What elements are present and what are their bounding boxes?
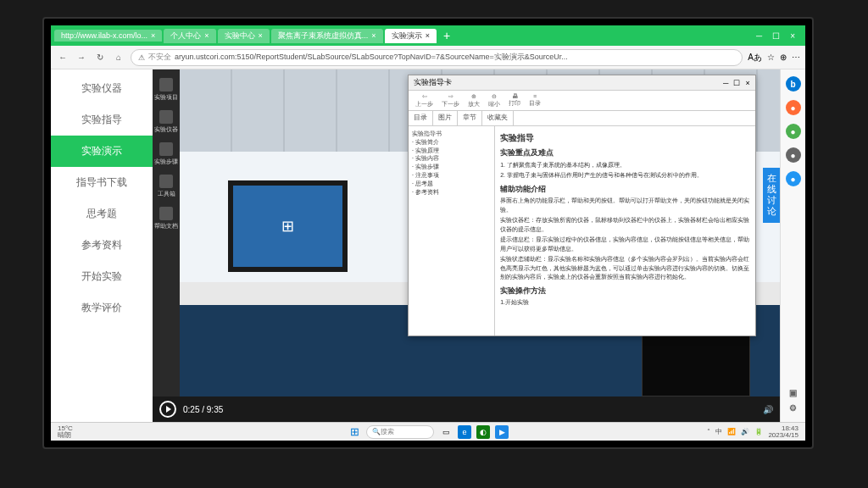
sidebar-item-0[interactable]: 实验仪器 <box>51 73 153 104</box>
edge-sidebar: b ● ● ● ● ▣ ⚙ <box>780 69 805 422</box>
app-icon[interactable]: ▶ <box>495 425 509 439</box>
bing-icon[interactable]: b <box>786 76 801 92</box>
sidebar-item-4[interactable]: 思考题 <box>51 198 153 230</box>
guide-text: 1.开始实验 <box>500 298 749 308</box>
guide-text: 界面右上角的功能显示栏，帮助和关闭按钮。帮助可以打开帮助文件，关闭按钮功能就是关… <box>500 197 749 214</box>
tree-item[interactable]: · 思考题 <box>412 180 491 188</box>
sidebar-item-7[interactable]: 教学评价 <box>51 292 153 324</box>
tree-item[interactable]: · 实验简介 <box>412 138 491 147</box>
weather-widget[interactable]: 15°C 晴朗 <box>58 425 73 439</box>
video-frame[interactable]: 实验项目 实验仪器 实验步骤 工具箱 帮助文档 ⊞ 实验指导卡 ─ ☐ <box>153 69 780 396</box>
read-aloud-icon[interactable]: Aあ <box>748 52 762 64</box>
guide-zoomin-button[interactable]: ⊕放大 <box>465 93 483 108</box>
close-icon[interactable]: × <box>371 31 376 40</box>
task-view-icon[interactable]: ▭ <box>439 425 453 439</box>
sidebar-toggle-icon[interactable]: ▣ <box>786 385 801 400</box>
guide-tab-favorites[interactable]: 收藏夹 <box>482 111 514 125</box>
sidebar-app-icon[interactable]: ● <box>786 147 801 163</box>
close-icon[interactable]: × <box>259 31 263 40</box>
guide-next-button[interactable]: ⇨下一步 <box>438 93 463 108</box>
guide-content: 实验指导 实验重点及难点 1. 了解聚焦离子束系统的基本结构，成像原理。 2. … <box>495 126 754 336</box>
tool-instrument[interactable]: 实验仪器 <box>154 107 178 137</box>
sidebar-item-5[interactable]: 参考资料 <box>51 230 153 261</box>
guide-text: 2. 掌握电子束与固体样品作用时产生的信号和各种信号在测试分析中的作用。 <box>500 171 749 180</box>
taskbar-search[interactable]: 🔍 搜索 <box>366 425 434 439</box>
minimize-icon[interactable]: ─ <box>756 31 762 41</box>
tray-chevron-icon[interactable]: ˄ <box>707 428 710 435</box>
clock[interactable]: 18:43 2023/4/15 <box>768 425 798 439</box>
guide-heading: 实验指导 <box>500 131 749 144</box>
home-button[interactable]: ⌂ <box>112 51 125 64</box>
tool-project[interactable]: 实验项目 <box>154 75 178 105</box>
wifi-icon[interactable]: 📶 <box>727 428 736 435</box>
sidebar-item-6[interactable]: 开始实验 <box>51 261 153 292</box>
menu-icon[interactable]: ⋯ <box>792 53 800 62</box>
app-icon[interactable]: ◐ <box>476 425 490 439</box>
sidebar-item-2[interactable]: 实验演示 <box>51 136 153 167</box>
address-bar: ← → ↻ ⌂ ⚠ 不安全 aryun.ustcori.com:5150/Rep… <box>51 46 805 69</box>
guide-toc-button[interactable]: ≡目录 <box>526 93 544 108</box>
browser-titlebar: http://www.ilab-x.com/lo...× 个人中心× 实验中心×… <box>51 25 805 46</box>
tool-help[interactable]: 帮助文档 <box>154 203 178 234</box>
battery-icon[interactable]: 🔋 <box>754 428 763 435</box>
guide-tree: 实验指导书 · 实验简介 · 实验原理 · 实验内容 · 实验步骤 · 注意事项… <box>409 126 495 336</box>
page-sidebar: 实验仪器 实验指导 实验演示 指导书下载 思考题 参考资料 开始实验 教学评价 <box>51 69 153 422</box>
guide-text: 1. 了解聚焦离子束系统的基本结构，成像原理。 <box>500 161 749 170</box>
video-controls: 0:25 / 9:35 🔊 <box>153 396 780 422</box>
url-text: aryun.ustcori.com:5150/ReportStudent/SLa… <box>175 52 568 63</box>
ime-icon[interactable]: 中 <box>715 427 722 436</box>
sidebar-app-icon[interactable]: ● <box>786 171 801 186</box>
tab-0[interactable]: http://www.ilab-x.com/lo...× <box>54 30 162 42</box>
favorite-icon[interactable]: ☆ <box>767 53 775 62</box>
guide-maximize-icon[interactable]: ☐ <box>733 79 740 87</box>
volume-icon[interactable]: 🔊 <box>763 405 773 414</box>
settings-icon[interactable]: ⚙ <box>786 400 801 415</box>
guide-text: 实验仪器栏：存放实验所需的仪器，鼠标移动到仪器栏中的仪器上，实验器材栏会给出相应… <box>500 216 749 234</box>
volume-tray-icon[interactable]: 🔊 <box>741 428 749 435</box>
guide-minimize-icon[interactable]: ─ <box>723 79 728 87</box>
tree-item[interactable]: · 实验步骤 <box>412 163 491 171</box>
security-label: 不安全 <box>148 52 171 63</box>
tool-steps[interactable]: 实验步骤 <box>154 139 178 169</box>
close-icon[interactable]: × <box>204 31 209 40</box>
guide-tabs: 目录 图片 章节 收藏夹 <box>409 111 755 126</box>
tool-toolbox[interactable]: 工具箱 <box>154 171 178 202</box>
forward-button[interactable]: → <box>75 51 88 64</box>
tree-item[interactable]: · 实验内容 <box>412 154 491 163</box>
tree-item[interactable]: · 注意事项 <box>412 171 491 180</box>
tab-2[interactable]: 实验中心× <box>218 29 270 43</box>
guide-close-icon[interactable]: × <box>745 79 749 87</box>
sidebar-app-icon[interactable]: ● <box>786 124 801 139</box>
edge-icon[interactable]: e <box>458 425 471 439</box>
new-tab-button[interactable]: + <box>438 29 455 42</box>
tab-1[interactable]: 个人中心× <box>164 29 215 43</box>
tab-3[interactable]: 聚焦离子束系统虚拟仿真...× <box>271 29 383 43</box>
windows-taskbar: 15°C 晴朗 ⊞ 🔍 搜索 ▭ e ◐ ▶ ˄ 中 📶 🔊 🔋 18:43 2… <box>51 422 805 441</box>
tree-item[interactable]: · 参考资料 <box>412 188 491 197</box>
maximize-icon[interactable]: ☐ <box>772 31 780 41</box>
guide-print-button[interactable]: 🖶打印 <box>505 93 524 108</box>
guide-prev-button[interactable]: ⇦上一步 <box>412 93 437 108</box>
start-button[interactable]: ⊞ <box>348 425 361 439</box>
guide-tab-chapters[interactable]: 章节 <box>458 111 482 125</box>
play-button[interactable] <box>159 401 176 418</box>
guide-text: 提示信息栏：显示实验过程中的仪器信息，实验内容信息，仪器功能按钮信息等相关信息，… <box>500 236 749 253</box>
tab-4[interactable]: 实验演示× <box>385 29 437 43</box>
collections-icon[interactable]: ⊕ <box>780 53 787 62</box>
back-button[interactable]: ← <box>56 51 70 64</box>
url-input[interactable]: ⚠ 不安全 aryun.ustcori.com:5150/ReportStude… <box>131 49 743 66</box>
close-window-icon[interactable]: × <box>790 31 795 41</box>
refresh-button[interactable]: ↻ <box>93 51 107 64</box>
guide-tab-toc[interactable]: 目录 <box>409 111 433 125</box>
online-discuss-button[interactable]: 在线讨论 <box>763 168 780 223</box>
sidebar-item-3[interactable]: 指导书下载 <box>51 167 153 198</box>
guide-zoomout-button[interactable]: ⊖缩小 <box>485 93 504 108</box>
tree-item[interactable]: 实验指导书 <box>412 130 491 138</box>
tree-item[interactable]: · 实验原理 <box>412 147 491 155</box>
sidebar-app-icon[interactable]: ● <box>786 100 801 115</box>
close-icon[interactable]: × <box>151 31 155 40</box>
sidebar-item-1[interactable]: 实验指导 <box>51 104 153 136</box>
close-icon[interactable]: × <box>426 31 430 40</box>
guide-tab-images[interactable]: 图片 <box>433 111 458 125</box>
guide-subheading: 实验操作方法 <box>500 286 749 297</box>
